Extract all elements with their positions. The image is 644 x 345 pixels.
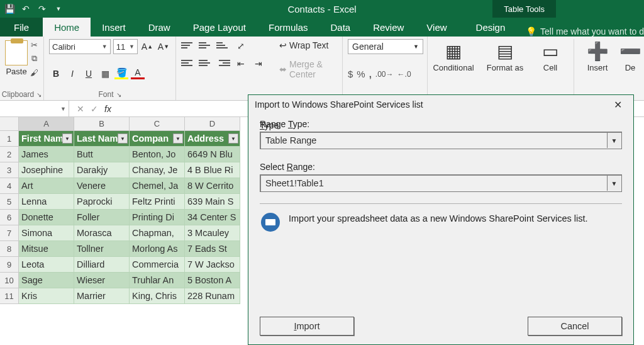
table-cell[interactable]: 4 B Blue Ri <box>185 162 240 178</box>
cell-styles-button[interactable]: ▭Cell <box>535 39 566 72</box>
row-header[interactable]: 2 <box>0 147 19 162</box>
tab-design[interactable]: Design <box>466 18 516 37</box>
grow-font-icon[interactable]: A▲ <box>140 40 154 54</box>
clipboard-launcher-icon[interactable]: ↘ <box>36 91 42 98</box>
accounting-format-icon[interactable]: $ <box>348 69 353 79</box>
chevron-down-icon[interactable]: ▼ <box>607 133 621 148</box>
row-header[interactable]: 10 <box>0 273 19 288</box>
font-name-combo[interactable]: Calibri▼ <box>49 39 111 54</box>
number-format-combo[interactable]: General▼ <box>348 39 423 54</box>
table-cell[interactable]: Feltz Printi <box>130 194 185 210</box>
decrease-indent-icon[interactable]: ⇤ <box>234 57 248 71</box>
align-middle-icon[interactable] <box>199 39 213 52</box>
conditional-formatting-button[interactable]: ▦Conditional <box>431 39 475 72</box>
table-cell[interactable]: Marrier <box>74 288 130 304</box>
cancel-formula-icon[interactable]: ✕ <box>77 104 84 114</box>
column-header[interactable]: D <box>185 117 240 131</box>
cut-icon[interactable]: ✂ <box>28 39 40 50</box>
borders-button[interactable]: ▦ <box>98 67 112 81</box>
close-button[interactable]: ✕ <box>609 98 627 112</box>
table-cell[interactable]: 8 W Cerrito <box>185 178 240 194</box>
insert-cells-button[interactable]: ➕Insert <box>582 39 613 72</box>
underline-button[interactable]: U <box>82 67 96 81</box>
table-cell[interactable]: 7 W Jackso <box>185 257 240 273</box>
table-cell[interactable]: Truhlar An <box>130 273 185 288</box>
table-cell[interactable]: Josephine <box>19 162 74 178</box>
tab-draw[interactable]: Draw <box>137 18 182 37</box>
table-cell[interactable]: Donette <box>19 210 74 225</box>
font-size-combo[interactable]: 11▼ <box>113 39 138 54</box>
wrap-text-button[interactable]: ↩Wrap Text <box>275 39 337 52</box>
column-header[interactable]: C <box>130 117 185 131</box>
table-cell[interactable]: Dilliard <box>74 257 130 273</box>
table-cell[interactable]: Butt <box>74 147 130 162</box>
table-header-cell[interactable]: First Nam▼ <box>19 131 74 147</box>
row-header[interactable]: 8 <box>0 241 19 257</box>
row-header[interactable]: 9 <box>0 257 19 273</box>
paste-button[interactable]: Paste <box>5 39 28 78</box>
fx-icon[interactable]: fx <box>104 104 111 114</box>
table-cell[interactable]: James <box>19 147 74 162</box>
tab-file[interactable]: File <box>0 18 43 37</box>
table-cell[interactable]: Morasca <box>74 225 130 241</box>
delete-cells-button[interactable]: ➖De <box>621 39 640 72</box>
tab-view[interactable]: View <box>415 18 458 37</box>
qat-customize-icon[interactable]: ▼ <box>53 3 64 14</box>
font-launcher-icon[interactable]: ↘ <box>116 91 121 98</box>
increase-decimal-icon[interactable]: .00→ <box>375 70 394 79</box>
table-cell[interactable]: Lenna <box>19 194 74 210</box>
select-all-corner[interactable] <box>0 117 19 131</box>
increase-indent-icon[interactable]: ⇥ <box>252 57 265 71</box>
decrease-decimal-icon[interactable]: ←.0 <box>397 70 411 79</box>
row-header[interactable]: 3 <box>0 162 19 178</box>
name-box[interactable]: ▼ <box>0 101 69 117</box>
shrink-font-icon[interactable]: A▼ <box>157 40 170 54</box>
format-as-table-button[interactable]: ▤Format as <box>483 39 527 72</box>
table-cell[interactable]: Leota <box>19 257 74 273</box>
table-cell[interactable]: Wieser <box>74 273 130 288</box>
table-cell[interactable]: Foller <box>74 210 130 225</box>
table-cell[interactable]: Mitsue <box>19 241 74 257</box>
orientation-icon[interactable]: ⤢ <box>234 39 248 53</box>
table-cell[interactable]: 34 Center S <box>185 210 240 225</box>
format-painter-icon[interactable]: 🖌 <box>28 67 40 78</box>
tab-data[interactable]: Data <box>319 18 362 37</box>
table-header-cell[interactable]: Last Nam▼ <box>74 131 130 147</box>
row-header[interactable]: 6 <box>0 210 19 225</box>
table-cell[interactable]: 3 Mcauley <box>185 225 240 241</box>
save-icon[interactable]: 💾 <box>4 3 15 14</box>
enter-formula-icon[interactable]: ✓ <box>91 104 98 114</box>
table-cell[interactable]: Simona <box>19 225 74 241</box>
table-cell[interactable]: Chemel, Ja <box>130 178 185 194</box>
filter-dropdown-icon[interactable]: ▼ <box>118 133 128 144</box>
row-header[interactable]: 7 <box>0 225 19 241</box>
tab-review[interactable]: Review <box>362 18 415 37</box>
align-center-icon[interactable] <box>199 57 213 69</box>
table-cell[interactable]: Kris <box>19 288 74 304</box>
filter-dropdown-icon[interactable]: ▼ <box>173 133 183 144</box>
table-cell[interactable]: Printing Di <box>130 210 185 225</box>
table-cell[interactable]: Darakjy <box>74 162 130 178</box>
table-cell[interactable]: 639 Main S <box>185 194 240 210</box>
table-cell[interactable]: Sage <box>19 273 74 288</box>
bold-button[interactable]: B <box>49 67 63 81</box>
column-header[interactable]: A <box>19 117 74 131</box>
table-cell[interactable]: Morlong As <box>130 241 185 257</box>
table-cell[interactable]: 7 Eads St <box>185 241 240 257</box>
undo-icon[interactable]: ↶ <box>20 3 31 14</box>
row-header[interactable]: 5 <box>0 194 19 210</box>
align-bottom-icon[interactable] <box>216 39 230 52</box>
tell-me-search[interactable]: 💡 Tell me what you want to d <box>526 26 644 37</box>
table-cell[interactable]: Art <box>19 178 74 194</box>
align-right-icon[interactable] <box>216 57 230 69</box>
align-left-icon[interactable] <box>181 57 195 69</box>
table-cell[interactable]: Paprocki <box>74 194 130 210</box>
tab-page-layout[interactable]: Page Layout <box>182 18 257 37</box>
table-header-cell[interactable]: Compan▼ <box>130 131 185 147</box>
filter-dropdown-icon[interactable]: ▼ <box>228 133 238 144</box>
table-cell[interactable]: 5 Boston A <box>185 273 240 288</box>
range-type-combo[interactable]: Table Range ▼ <box>260 132 622 149</box>
row-header[interactable]: 1 <box>0 131 19 147</box>
table-cell[interactable]: Tollner <box>74 241 130 257</box>
fill-color-button[interactable]: 🪣 <box>114 67 128 81</box>
